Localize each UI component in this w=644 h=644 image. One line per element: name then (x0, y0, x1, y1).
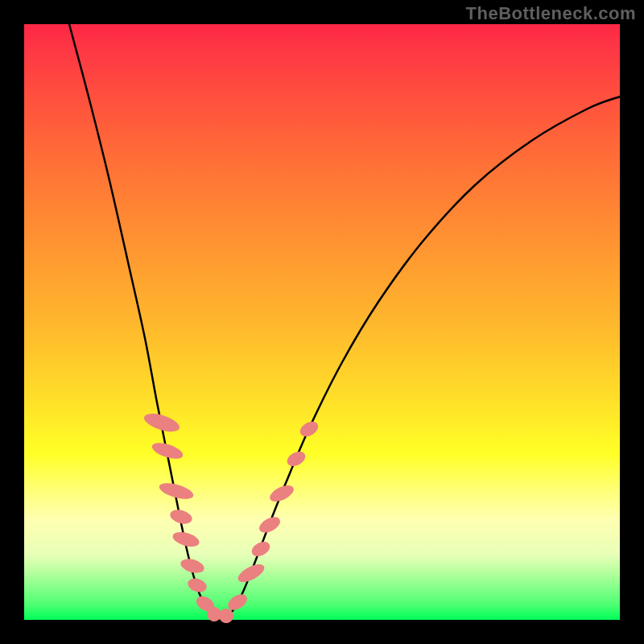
highlight-marker (298, 419, 321, 440)
chart-container: TheBottleneck.com (0, 0, 644, 644)
highlight-marker (267, 482, 296, 505)
highlight-marker (168, 507, 193, 526)
highlight-markers (142, 410, 320, 625)
highlight-marker (186, 576, 208, 595)
bottleneck-curve (69, 24, 620, 618)
highlight-marker (250, 539, 273, 559)
curve-layer (24, 24, 620, 620)
highlight-marker (257, 514, 283, 535)
watermark-text: TheBottleneck.com (466, 3, 636, 24)
highlight-marker (235, 560, 266, 585)
highlight-marker (285, 448, 308, 469)
